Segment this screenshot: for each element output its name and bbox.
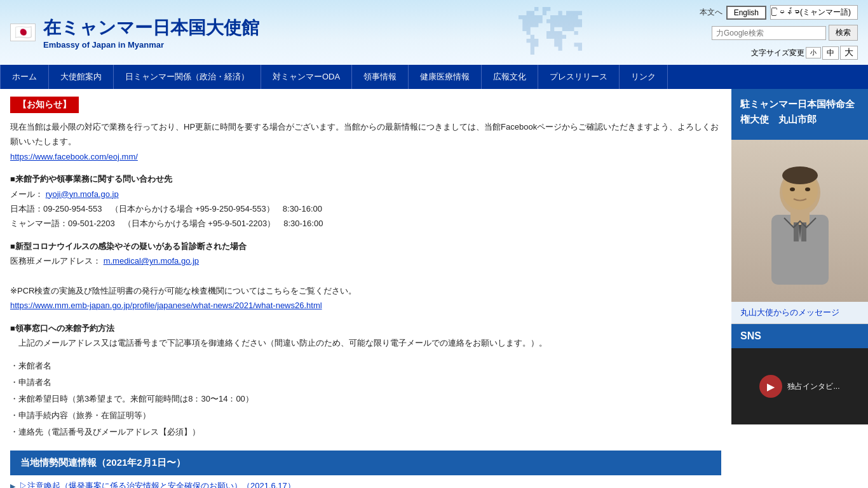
notice-body-text: 現在当館は最小限の対応で業務を行っており、HP更新に時間を要する場合がございます…: [10, 122, 719, 146]
notice-body: 現在当館は最小限の対応で業務を行っており、HP更新に時間を要する場合がございます…: [10, 119, 721, 350]
ambassador-title-text: 駐ミャンマー日本国特命全権大使 丸山市郎: [740, 98, 855, 125]
pcr-text: ※PCR検査の実施及び陰性証明書の発行が可能な検査機関についてはこちらをご覧くだ…: [10, 286, 356, 295]
svg-point-7: [790, 187, 795, 191]
reservation-items: ・来館者名・申請者名・来館希望日時（第3希望まで。来館可能時間は8：30〜14：…: [10, 358, 721, 440]
font-size-large-btn[interactable]: 大: [840, 46, 858, 60]
nav-item-1[interactable]: 大使館案内: [49, 65, 114, 89]
medical-label: 医務班メールアドレス：: [10, 256, 101, 266]
notice-header: 【お知らせ】: [10, 97, 721, 113]
japan-flag: 🇯🇵: [10, 24, 36, 41]
nav-item-7[interactable]: プレスリリース: [538, 65, 620, 89]
nav-item-4[interactable]: 領事情報: [352, 65, 409, 89]
font-size-small-btn[interactable]: 小: [806, 47, 821, 58]
sidebar: 駐ミャンマー日本国特命全権大使 丸山市郎: [731, 89, 868, 488]
reservation-item: ・来館者名: [10, 358, 721, 374]
site-title-jp: 在ミャンマー日本国大使館: [43, 16, 259, 40]
medical-email[interactable]: m.medical@yn.mofa.go.jp: [104, 256, 199, 266]
reservation-item: ・申請手続内容（旅券・在留証明等）: [10, 407, 721, 424]
myanmar-lang-btn[interactable]: မြန်မာ(ミャンマー語): [770, 5, 858, 20]
nav-item-8[interactable]: リンク: [620, 65, 668, 89]
search-button[interactable]: 検索: [829, 25, 858, 41]
nav-item-5[interactable]: 健康医療情報: [409, 65, 482, 89]
video-label: 独占インタビ...: [787, 381, 839, 392]
header-left: 🇯🇵 在ミャンマー日本国大使館 Embassy of Japan in Myan…: [10, 16, 259, 50]
reservation-item: ・来館希望日時（第3希望まで。来館可能時間は8：30〜14：00）: [10, 391, 721, 407]
phone-jp: 日本語：09-250-954-553 （日本からかける場合 +95-9-250-…: [10, 204, 322, 214]
header: 🗺 🇯🇵 在ミャンマー日本国大使館 Embassy of Japan in My…: [0, 0, 868, 65]
font-size-row: 文字サイズ変更 小 中 大: [751, 46, 858, 60]
header-right: 本文へ English မြန်မာ(ミャンマー語) 検索 文字サイズ変更 小 …: [700, 5, 858, 60]
nav-item-0[interactable]: ホーム: [0, 65, 49, 89]
news-item-text: ▷注意喚起（爆発事案に係る治安情報と安全確保のお願い）（2021.6.17）: [19, 480, 295, 488]
local-info-section: 当地情勢関連情報（2021年2月1日〜）: [10, 451, 721, 475]
search-row: 検索: [712, 25, 858, 41]
local-info-title: 当地情勢関連情報（2021年2月1日〜）: [20, 457, 186, 469]
facebook-link[interactable]: https://www.facebook.com/eoj.mm/: [10, 152, 138, 161]
ambassador-photo-image: [731, 140, 868, 302]
sidebar-ambassador-title: 駐ミャンマー日本国特命全権大使 丸山市郎: [731, 89, 868, 140]
reservation-item: ・連絡先（電話番号及びメールアドレス【必須】）: [10, 424, 721, 440]
sidebar-sns-label: SNS: [731, 324, 868, 348]
sidebar-video[interactable]: ▶ 独占インタビ...: [731, 348, 868, 424]
corona-header: ■新型コロナウイルスの感染やその疑いがある旨診断された場合: [10, 239, 721, 254]
font-size-medium-btn[interactable]: 中: [822, 46, 839, 60]
header-title-block: 在ミャンマー日本国大使館 Embassy of Japan in Myanmar: [43, 16, 259, 50]
main-content: 【お知らせ】 現在当館は最小限の対応で業務を行っており、HP更新に時間を要する場…: [0, 89, 731, 488]
svg-point-6: [782, 166, 818, 184]
nav-item-6[interactable]: 広報文化: [482, 65, 538, 89]
pcr-url[interactable]: https://www.mm.emb-japan.go.jp/profile/j…: [10, 301, 322, 310]
nav-item-2[interactable]: 日ミャンマー関係（政治・経済）: [114, 65, 261, 89]
svg-rect-2: [790, 212, 810, 225]
news-link[interactable]: ▷注意喚起（爆発事案に係る治安情報と安全確保のお願い）（2021.6.17）: [10, 480, 721, 488]
honbun-link[interactable]: 本文へ: [700, 7, 722, 18]
nav-item-3[interactable]: 対ミャンマーODA: [261, 65, 352, 89]
sidebar-video-inner: ▶ 独占インタビ...: [759, 375, 839, 398]
main-layout: 【お知らせ】 現在当館は最小限の対応で業務を行っており、HP更新に時間を要する場…: [0, 89, 868, 488]
reservation-item: ・申請者名: [10, 374, 721, 391]
search-input[interactable]: [712, 26, 826, 40]
map-background: 🗺: [423, 0, 677, 65]
video-play-button[interactable]: ▶: [759, 375, 782, 398]
reservation-header: ■領事窓口への来館予約方法: [10, 321, 721, 336]
svg-point-8: [805, 187, 810, 191]
english-lang-btn[interactable]: English: [726, 6, 766, 20]
ambassador-photo: [731, 140, 868, 302]
consular-header: ■来館予約や領事業務に関する問い合わせ先: [10, 172, 721, 186]
ambassador-message-link[interactable]: 丸山大使からのメッセージ: [731, 302, 868, 324]
consular-email[interactable]: ryoji@yn.mofa.go.jp: [46, 189, 119, 199]
lang-row: 本文へ English မြန်မာ(ミャンマー語): [700, 5, 858, 20]
email-label: メール：: [10, 189, 43, 199]
notice-badge: 【お知らせ】: [10, 97, 79, 113]
reservation-body: 上記のメールアドレス又は電話番号まで下記事項を御連絡ください（間違い防止のため、…: [10, 338, 547, 348]
font-size-label: 文字サイズ変更: [751, 48, 804, 58]
phone-my: ミャンマー語：09-501-2203 （日本からかける場合 +95-9-501-…: [10, 219, 323, 228]
site-title-en: Embassy of Japan in Myanmar: [43, 40, 259, 50]
main-navigation: ホーム大使館案内日ミャンマー関係（政治・経済）対ミャンマーODA領事情報健康医療…: [0, 65, 868, 89]
